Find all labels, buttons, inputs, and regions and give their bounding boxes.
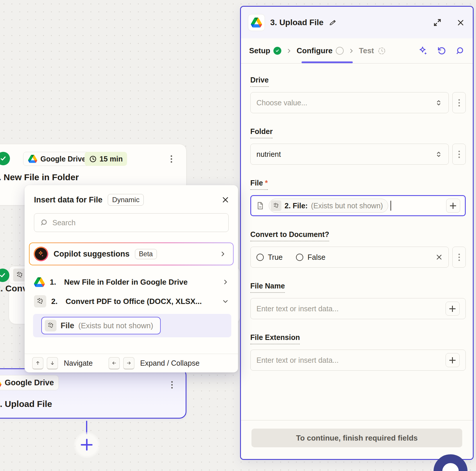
copilot-suggestions-row[interactable]: Copilot suggestions Beta	[29, 243, 234, 265]
file-input[interactable]: 2. File: (Exists but not shown)	[250, 195, 466, 216]
file-extension-input[interactable]: Enter text or insert data...	[250, 350, 466, 371]
active-tab-underline	[302, 61, 353, 63]
chevron-updown-icon	[435, 99, 443, 107]
input-placeholder: Enter text or insert data...	[256, 305, 339, 313]
step-success-badge	[0, 269, 9, 282]
step-card-upload-file[interactable]: Google Drive 3. Upload File	[0, 368, 186, 419]
continue-button-disabled[interactable]: To continue, finish required fields	[251, 429, 462, 447]
field-options-menu[interactable]	[452, 144, 466, 165]
file-field-token[interactable]: File (Exists but not shown)	[41, 317, 161, 334]
field-file-extension: File Extension Enter text or insert data…	[250, 333, 466, 371]
app-pill-google-drive[interactable]: Google Drive	[0, 375, 59, 390]
field-label: Drive	[250, 76, 269, 87]
add-step-button[interactable]	[81, 439, 93, 451]
select-value: nutrient	[256, 150, 281, 159]
field-label: File*	[250, 179, 268, 190]
token-note: (Exists but not shown)	[311, 202, 383, 210]
text-cursor	[391, 201, 391, 211]
search-placeholder: Search	[52, 219, 76, 227]
field-label: Convert to Document?	[250, 230, 329, 241]
radio-label: False	[307, 253, 325, 262]
field-file: File* 2. File: (Exists but not shown)	[250, 179, 466, 216]
radio-false[interactable]: False	[296, 253, 325, 262]
trigger-timer-pill[interactable]: 15 min	[85, 152, 127, 166]
configure-form: Drive Choose value... Folder nutrient	[241, 63, 473, 371]
drive-select[interactable]: Choose value...	[250, 92, 449, 113]
tab-label: Configure	[297, 46, 333, 55]
clear-selection-icon[interactable]	[436, 254, 443, 261]
required-mark: *	[265, 179, 268, 187]
radio-circle-icon[interactable]	[256, 254, 264, 261]
tab-test[interactable]: Test	[359, 46, 386, 55]
field-convert: Convert to Document? True False	[250, 230, 466, 268]
refresh-fields-icon[interactable]	[437, 46, 446, 56]
insert-data-button[interactable]	[446, 302, 460, 316]
google-drive-icon	[28, 155, 37, 163]
tab-setup[interactable]: Setup	[249, 46, 281, 55]
field-file-name: File Name Enter text or insert data...	[250, 282, 466, 319]
field-label: File Extension	[250, 333, 300, 344]
panel-footer: To continue, finish required fields	[241, 420, 473, 459]
field-options-menu[interactable]	[452, 247, 466, 268]
popup-footer: Navigate Expand / Collapse	[25, 354, 238, 372]
chevron-right-icon	[222, 279, 229, 285]
step-label: New File in Folder in Google Drive	[64, 278, 188, 287]
app-pill-label: Google Drive	[40, 155, 86, 163]
check-icon	[0, 155, 7, 162]
radio-circle-icon[interactable]	[296, 254, 303, 261]
file-token-pill[interactable]: 2. File: (Exists but not shown)	[269, 199, 388, 213]
beta-badge: Beta	[135, 249, 157, 259]
navigate-label: Navigate	[64, 359, 93, 367]
folder-select[interactable]: nutrient	[250, 144, 449, 165]
field-options-menu[interactable]	[452, 92, 466, 113]
chevron-right-icon	[220, 251, 226, 257]
edit-pencil-icon[interactable]	[328, 18, 337, 27]
tab-configure[interactable]: Configure	[297, 46, 344, 55]
expand-panel-icon[interactable]	[433, 18, 442, 27]
step-title: 1. New File in Folder	[0, 172, 79, 182]
converter-app-icon	[45, 320, 56, 331]
select-placeholder: Choose value...	[256, 99, 307, 107]
search-input[interactable]: Search	[34, 213, 229, 232]
arrow-up-key[interactable]	[32, 357, 43, 369]
tab-label: Setup	[249, 46, 270, 55]
converter-app-icon	[271, 200, 281, 211]
clock-icon	[89, 155, 97, 163]
data-source-step-2[interactable]: 2. Convert PDF to Office (DOCX, XLSX...	[34, 292, 229, 311]
google-drive-icon	[34, 277, 45, 287]
tab-label: Test	[359, 46, 374, 55]
chevron-down-icon	[222, 298, 229, 305]
data-source-step-1[interactable]: 1. New File in Folder in Google Drive	[34, 272, 229, 292]
field-folder: Folder nutrient	[250, 127, 466, 165]
panel-header: 3. Upload File	[241, 7, 473, 38]
step-menu-button[interactable]	[171, 154, 172, 164]
google-drive-icon	[0, 378, 1, 387]
arrow-right-key[interactable]	[123, 357, 134, 369]
search-fields-icon[interactable]	[455, 46, 465, 56]
close-panel-icon[interactable]	[457, 19, 465, 27]
timer-label: 15 min	[100, 155, 123, 163]
test-pending-icon	[377, 47, 386, 55]
step-menu-button[interactable]	[171, 380, 173, 390]
arrow-left-key[interactable]	[109, 357, 120, 369]
insert-data-button[interactable]	[446, 353, 460, 367]
token-step: 2. File:	[285, 202, 308, 210]
ai-sparkle-icon[interactable]	[418, 46, 428, 56]
step-tabs: Setup Configure Test	[241, 38, 473, 63]
chevron-right-icon	[348, 48, 354, 54]
insert-data-button[interactable]	[446, 199, 460, 213]
arrow-down-key[interactable]	[47, 357, 58, 369]
input-placeholder: Enter text or insert data...	[256, 356, 339, 365]
app-tile	[248, 14, 265, 31]
step-config-panel: 3. Upload File Setup Configure Test	[240, 6, 474, 460]
token-note: (Exists but not shown)	[78, 321, 153, 330]
insert-data-popup: Insert data for File Dynamic Search Copi…	[25, 185, 238, 372]
file-name-input[interactable]: Enter text or insert data...	[250, 298, 466, 319]
app-pill-google-drive[interactable]: Google Drive	[23, 152, 91, 166]
copilot-label: Copilot suggestions	[54, 250, 130, 259]
step-title: 3. Upload File	[0, 399, 52, 409]
converter-app-icon	[13, 269, 26, 281]
close-popup-icon[interactable]	[222, 196, 229, 204]
configure-progress-icon	[336, 47, 344, 55]
radio-true[interactable]: True	[256, 253, 282, 262]
